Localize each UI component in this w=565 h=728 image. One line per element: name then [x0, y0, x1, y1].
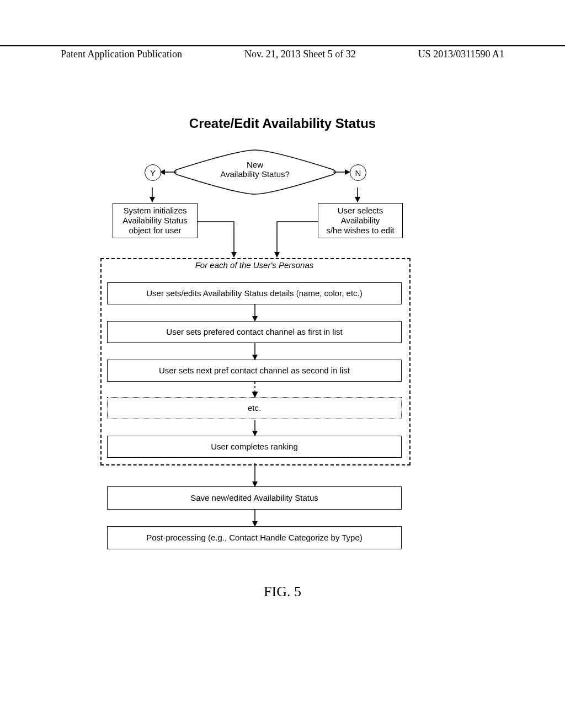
- yes-connector-label: Y: [150, 168, 156, 178]
- box-save: Save new/edited Availability Status: [107, 486, 402, 510]
- loop-label: For each of the User's Personas: [100, 260, 408, 270]
- box-step2: User sets prefered contact channel as fi…: [107, 321, 402, 343]
- box-init: System initializes Availability Status o…: [113, 203, 198, 238]
- no-connector: N: [350, 164, 366, 181]
- header-right: US 2013/0311590 A1: [418, 49, 504, 60]
- no-connector-label: N: [355, 168, 361, 178]
- box-post: Post-processing (e.g., Contact Handle Ca…: [107, 526, 402, 549]
- decision-line1: New: [178, 160, 332, 169]
- yes-connector: Y: [145, 164, 161, 181]
- figure-label: FIG. 5: [0, 584, 565, 600]
- header-mid: Nov. 21, 2013 Sheet 5 of 32: [244, 49, 356, 60]
- page: Patent Application Publication Nov. 21, …: [0, 0, 565, 728]
- box-step4: etc.: [107, 397, 402, 419]
- box-select: User selects Availability s/he wishes to…: [318, 203, 403, 238]
- flowchart: New Availability Status? Y N System init…: [100, 144, 409, 575]
- box-step1: User sets/edits Availability Status deta…: [107, 282, 402, 304]
- decision-text: New Availability Status?: [178, 160, 332, 179]
- header-bar: Patent Application Publication Nov. 21, …: [0, 45, 565, 60]
- box-step3: User sets next pref contact channel as s…: [107, 360, 402, 382]
- box-step5: User completes ranking: [107, 436, 402, 458]
- decision-line2: Availability Status?: [178, 169, 332, 179]
- header-left: Patent Application Publication: [61, 49, 182, 60]
- diagram-title: Create/Edit Availability Status: [0, 116, 565, 131]
